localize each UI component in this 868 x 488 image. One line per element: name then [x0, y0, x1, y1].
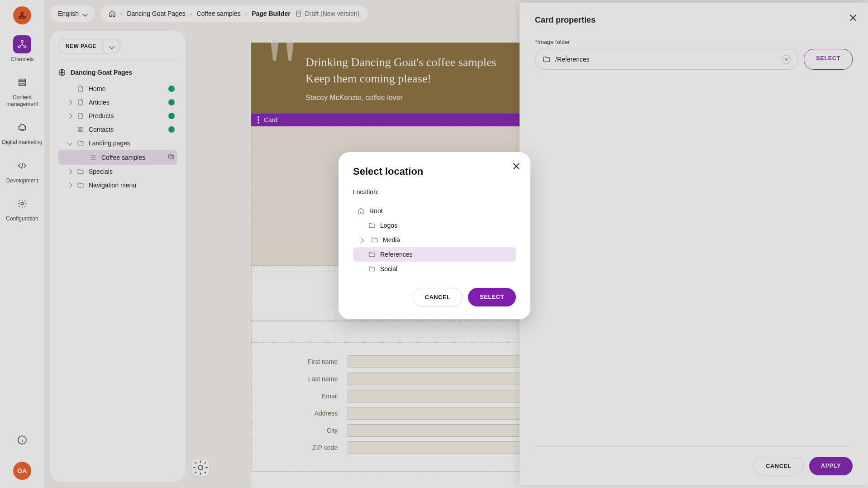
location-item-references[interactable]: References: [353, 247, 516, 262]
folder-icon: [368, 265, 376, 273]
location-item-root[interactable]: Root: [353, 204, 516, 218]
location-item-label: Root: [369, 207, 383, 215]
folder-icon: [371, 236, 378, 244]
location-item-media[interactable]: Media: [353, 233, 516, 247]
close-icon: [512, 162, 520, 170]
chevron-right-icon: [359, 236, 367, 244]
folder-icon: [368, 222, 376, 229]
modal-title: Select location: [353, 166, 516, 177]
select-location-modal: Select location Location: RootLogosMedia…: [339, 152, 530, 319]
location-item-social[interactable]: Social: [353, 262, 516, 276]
location-item-logos[interactable]: Logos: [353, 218, 516, 233]
location-item-label: Social: [380, 265, 397, 273]
modal-select-button[interactable]: SELECT: [468, 288, 516, 306]
close-modal-button[interactable]: [512, 162, 520, 170]
location-label: Location:: [353, 188, 516, 196]
modal-cancel-button[interactable]: CANCEL: [413, 288, 463, 306]
folder-icon: [368, 251, 376, 258]
location-item-label: Media: [383, 236, 400, 244]
home-icon: [358, 207, 365, 215]
location-item-label: References: [380, 251, 413, 258]
location-item-label: Logos: [380, 222, 397, 229]
